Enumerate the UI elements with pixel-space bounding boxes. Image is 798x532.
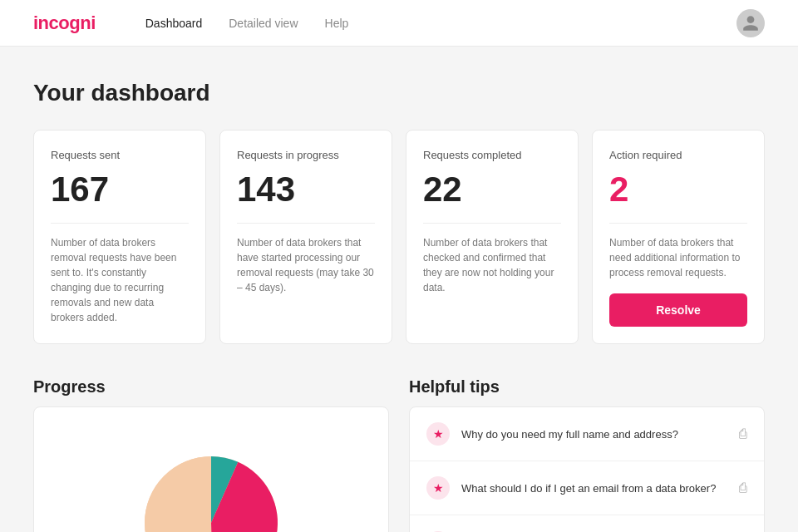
progress-section: Progress [33,377,389,532]
stat-card-sent: Requests sent 167 Number of data brokers… [33,130,206,344]
tips-card: ★ Why do you need my full name and addre… [409,406,765,532]
stat-label-sent: Requests sent [51,149,189,161]
user-icon [741,14,760,32]
tips-title: Helpful tips [409,377,765,397]
main-content: Your dashboard Requests sent 167 Number … [17,47,781,532]
tip-arrow-0: ⎙ [739,426,747,441]
stat-card-completed: Requests completed 22 Number of data bro… [406,130,579,344]
stat-divider-completed [423,223,561,224]
pie-segments-group [145,456,278,532]
tip-icon-0: ★ [426,422,450,446]
star-icon-0: ★ [433,427,444,441]
stat-label-inprogress: Requests in progress [237,149,375,161]
logo[interactable]: incogni [33,12,96,34]
nav-help[interactable]: Help [325,17,349,30]
tip-item-2[interactable]: ★ What do the data removal statuses on m… [410,515,764,532]
resolve-button[interactable]: Resolve [609,293,747,327]
progress-title: Progress [33,377,389,397]
stat-value-sent: 167 [51,170,189,209]
tip-item-0[interactable]: ★ Why do you need my full name and addre… [410,407,764,461]
stat-cards: Requests sent 167 Number of data brokers… [33,130,765,344]
tip-icon-1: ★ [426,476,450,500]
tip-text-0: Why do you need my full name and address… [461,428,731,441]
tip-arrow-1: ⎙ [739,480,747,495]
tips-section: Helpful tips ★ Why do you need my full n… [409,377,765,532]
pie-segment-2 [145,456,213,532]
nav-dashboard[interactable]: Dashboard [145,17,203,30]
stat-label-action: Action required [609,149,747,161]
stat-divider-inprogress [237,223,375,224]
stat-desc-inprogress: Number of data brokers that have started… [237,235,375,327]
pie-chart [128,440,294,532]
stat-card-action: Action required 2 Number of data brokers… [592,130,765,344]
pie-svg [128,440,294,532]
stat-label-completed: Requests completed [423,149,561,161]
stat-value-completed: 22 [423,170,561,209]
stat-divider-action [609,223,747,224]
tip-text-1: What should I do if I get an email from … [461,482,731,495]
page-title: Your dashboard [33,80,765,106]
stat-card-inprogress: Requests in progress 143 Number of data … [219,130,392,344]
tip-item-1[interactable]: ★ What should I do if I get an email fro… [410,461,764,515]
stat-desc-completed: Number of data brokers that checked and … [423,235,561,327]
star-icon-1: ★ [433,481,444,495]
nav-links: Dashboard Detailed view Help [145,17,736,30]
logo-prefix: inc [33,12,58,33]
stat-desc-action: Number of data brokers that need additio… [609,235,747,280]
stat-value-inprogress: 143 [237,170,375,209]
stat-value-action: 2 [609,170,747,209]
stat-desc-sent: Number of data brokers removal requests … [51,235,189,327]
bottom-sections: Progress [33,377,765,532]
navbar: incogni Dashboard Detailed view Help [0,0,798,47]
progress-card [33,406,389,532]
avatar[interactable] [736,9,765,37]
logo-suffix: gni [69,12,96,33]
stat-divider-sent [51,223,189,224]
nav-detailed-view[interactable]: Detailed view [229,17,298,30]
logo-highlight: o [58,12,69,33]
